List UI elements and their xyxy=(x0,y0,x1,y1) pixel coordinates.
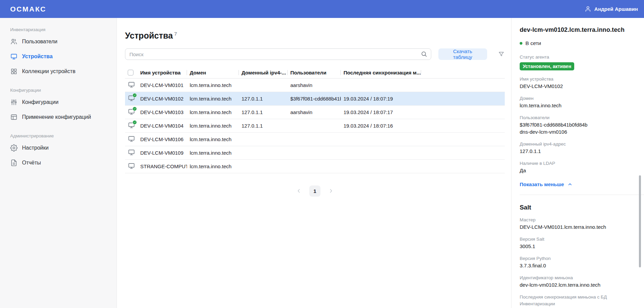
sidebar-item-devices[interactable]: Устройства xyxy=(0,49,117,64)
chevron-left-icon[interactable] xyxy=(296,188,302,194)
app-logo[interactable]: ОСМАКС xyxy=(10,5,46,13)
device-fqdn-title: dev-lcm-vm0102.lcm.terra.inno.tech xyxy=(520,26,636,34)
field-label: Версия Salt xyxy=(520,236,636,243)
sidebar-item-users[interactable]: Пользователи xyxy=(0,34,117,49)
page-number[interactable]: 1 xyxy=(309,185,320,197)
topbar: ОСМАКС Андрей Аршавин xyxy=(0,0,644,18)
chevron-right-icon[interactable] xyxy=(328,188,334,194)
device-domain: lcm.terra.inno.tech xyxy=(187,119,239,132)
device-ip xyxy=(239,146,288,159)
download-table-button[interactable]: Скачать таблицу xyxy=(438,48,487,60)
device-last-sync: 19.03.2024 / 18:07:17 xyxy=(341,105,421,119)
device-last-sync xyxy=(341,132,421,146)
field-label: Пользователи xyxy=(520,114,636,121)
pagination: 1 xyxy=(125,185,505,197)
sidebar-item-configurations[interactable]: Конфигурации xyxy=(0,95,117,110)
device-ip: 127.0.1.1 xyxy=(239,119,288,132)
device-table-head-row: Имя устройстваДоменДоменный ipv4-...Поль… xyxy=(125,67,505,78)
device-name: DEV-LCM-VM0103 xyxy=(138,105,187,119)
device-users: $3f67f081-cdd688b41b0fd84b xyxy=(288,92,341,105)
device-domain: lcm.terra.inno.tech xyxy=(187,105,239,119)
column-header-1[interactable]: Домен xyxy=(187,67,239,78)
funnel-icon[interactable] xyxy=(498,51,505,58)
sidebar-item-label: Настройки xyxy=(22,145,48,151)
detail-field: МастерDEV-LCM-VM0101.lcm.terra.inno.tech xyxy=(520,217,636,230)
device-domain: lcm.terra.inno.tech xyxy=(187,92,239,105)
panel-divider xyxy=(520,195,644,195)
sliders-icon xyxy=(10,98,18,106)
device-row-dev-lcm-vm0101[interactable]: DEV-LCM-VM0101lcm.terra.inno.techaarshav… xyxy=(125,78,505,92)
field-value: Да xyxy=(520,167,636,174)
sidebar-item-settings[interactable]: Настройки xyxy=(0,140,117,155)
field-label: Последняя синхронизация миньона с БД Инв… xyxy=(520,294,636,307)
device-fields: Имя устройстваDEV-LCM-VM0102Доменlcm.ter… xyxy=(520,76,636,174)
report-icon xyxy=(10,159,18,167)
monitor-icon xyxy=(10,53,18,60)
device-row-dev-lcm-vm0109[interactable]: DEV-LCM-VM0109lcm.terra.inno.tech xyxy=(125,146,505,159)
column-header-2[interactable]: Доменный ipv4-... xyxy=(239,67,288,78)
device-row-dev-lcm-vm0102[interactable]: DEV-LCM-VM0102lcm.terra.inno.tech127.0.1… xyxy=(125,92,505,105)
device-domain: lcm.terra.inno.tech xyxy=(187,146,239,159)
sidebar-section-label: Инвентаризация xyxy=(10,27,117,32)
monitor-check-badge-icon xyxy=(128,122,135,129)
device-table: Имя устройстваДоменДоменный ipv4-...Поль… xyxy=(125,67,505,173)
select-all-checkbox[interactable] xyxy=(128,70,133,75)
sidebar-section: АдминистрированиеНастройкиОтчёты xyxy=(0,133,117,170)
salt-section-title: Salt xyxy=(520,204,636,211)
device-last-sync xyxy=(341,159,421,173)
sidebar-item-device-collections[interactable]: Коллекции устройств xyxy=(0,64,117,79)
search-input[interactable] xyxy=(125,48,431,60)
device-ip: 127.0.1.1 xyxy=(239,92,288,105)
monitor-check-badge-icon xyxy=(128,108,135,115)
device-domain: lcm.terra.inno.tech xyxy=(187,159,239,173)
user-menu[interactable]: Андрей Аршавин xyxy=(585,6,638,12)
sidebar-item-reports[interactable]: Отчёты xyxy=(0,155,117,170)
device-row-dev-lcm-vm0103[interactable]: DEV-LCM-VM0103lcm.terra.inno.tech127.0.1… xyxy=(125,105,505,119)
device-row-dev-lcm-vm0104[interactable]: DEV-LCM-VM0104lcm.terra.inno.tech127.0.1… xyxy=(125,119,505,132)
sidebar-section: ИнвентаризацияПользователиУстройстваКолл… xyxy=(0,27,117,79)
search-icon[interactable] xyxy=(421,51,427,57)
field-value: DEV-LCM-VM0102 xyxy=(520,83,636,90)
field-label: Наличие в LDAP xyxy=(520,160,636,167)
agent-status-field: Статус агента Установлен, активен xyxy=(520,54,636,70)
device-last-sync xyxy=(341,78,421,92)
device-table-body: DEV-LCM-VM0101lcm.terra.inno.techaarshav… xyxy=(125,78,505,173)
layout-icon xyxy=(10,113,18,121)
panel-scrollbar-thumb[interactable] xyxy=(639,175,641,267)
monitor-icon xyxy=(128,162,135,170)
detail-field: Последняя синхронизация миньона с БД Инв… xyxy=(520,294,636,308)
monitor-check-badge-icon xyxy=(128,94,135,102)
device-users xyxy=(288,146,341,159)
field-label: Имя устройства xyxy=(520,76,636,83)
column-header-4[interactable]: Последняя синхронизация м... xyxy=(341,67,421,78)
field-label: Доменный ipv4-адрес xyxy=(520,141,636,148)
device-domain: lcm.terra.inno.tech xyxy=(187,78,239,92)
toolbar: Скачать таблицу xyxy=(125,48,504,60)
device-users xyxy=(288,159,341,173)
sidebar: ИнвентаризацияПользователиУстройстваКолл… xyxy=(0,18,117,308)
device-row-dev-lcm-vm0106[interactable]: DEV-LCM-VM0106lcm.terra.inno.tech xyxy=(125,132,505,146)
online-dot-icon xyxy=(520,42,522,45)
agent-check-icon xyxy=(132,120,137,125)
sidebar-section: КонфигурацииКонфигурацииПрименение конфи… xyxy=(0,88,117,125)
agent-check-icon xyxy=(132,107,137,111)
field-label: Домен xyxy=(520,95,636,102)
device-row-strange-computer[interactable]: STRANGE-COMPUTERlcm.terra.inno.tech xyxy=(125,159,505,173)
field-value: dev-lcm-vm0102.lcm.terra.inno.tech xyxy=(520,281,636,288)
sidebar-item-label: Отчёты xyxy=(22,160,41,166)
field-label: Версия Python xyxy=(520,255,636,262)
page-title: Устройства7 xyxy=(125,31,504,41)
device-detail-panel: dev-lcm-vm0102.lcm.terra.inno.tech В сет… xyxy=(511,18,644,308)
device-users: aarshavin xyxy=(288,78,341,92)
sidebar-item-config-apply[interactable]: Применение конфигураций xyxy=(0,110,117,125)
column-header-0[interactable]: Имя устройства xyxy=(138,67,187,78)
device-name: DEV-LCM-VM0106 xyxy=(138,132,187,146)
detail-field: Доменный ipv4-адрес127.0.1.1 xyxy=(520,141,636,155)
sidebar-item-label: Коллекции устройств xyxy=(22,68,76,74)
column-header-3[interactable]: Пользователи xyxy=(288,67,341,78)
detail-field: Наличие в LDAPДа xyxy=(520,160,636,174)
show-less-link[interactable]: Показать меньше xyxy=(520,181,636,187)
detail-field: Версия Salt3005.1 xyxy=(520,236,636,250)
device-last-sync: 19.03.2024 / 18:07:19 xyxy=(341,92,421,105)
field-value: 3.7.3.final.0 xyxy=(520,262,636,269)
